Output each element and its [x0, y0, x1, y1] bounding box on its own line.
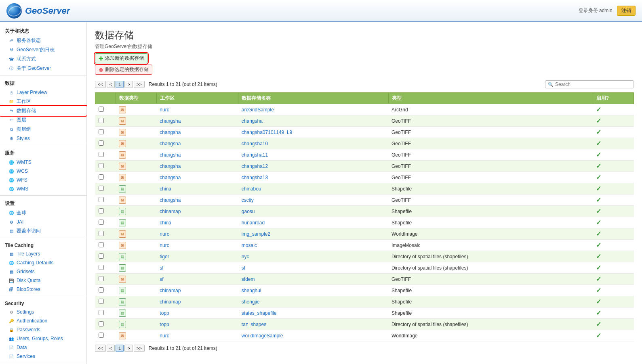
sidebar-item-disk-quota[interactable]: 💾 Disk Quota [0, 276, 86, 285]
workspace-cell[interactable]: topp [156, 308, 238, 319]
sidebar-item-layergroups[interactable]: ⧉ 图层组 [0, 125, 86, 134]
row-checkbox[interactable] [99, 129, 104, 134]
sidebar-item-gridsets[interactable]: ▦ Gridsets [0, 267, 86, 276]
sidebar-item-jai[interactable]: ⚙ JAI [0, 218, 86, 226]
datastore-name-cell[interactable]: shenghui [238, 285, 388, 296]
datastore-name-cell[interactable]: states_shapefile [238, 308, 388, 319]
datastore-name-cell[interactable]: changsha13 [238, 172, 388, 183]
last-page-button[interactable]: >> [134, 81, 145, 88]
col-header-enabled[interactable]: 启用? [593, 93, 634, 104]
row-checkbox[interactable] [99, 231, 104, 236]
sidebar-item-settings[interactable]: ⚙ Settings [0, 308, 86, 316]
row-checkbox[interactable] [99, 310, 104, 315]
workspace-cell[interactable]: changsha [156, 149, 238, 161]
workspace-cell[interactable]: changsha [156, 138, 238, 149]
row-checkbox[interactable] [99, 276, 104, 281]
sidebar-item-data-security[interactable]: 📄 Data [0, 343, 86, 352]
row-checkbox[interactable] [99, 197, 104, 202]
prev-page-button[interactable]: < [107, 81, 115, 88]
workspace-cell[interactable]: nurc [156, 228, 238, 240]
sidebar-item-workspaces[interactable]: 📁 工作区 [0, 97, 86, 106]
datastore-name-cell[interactable]: arcGridSample [238, 104, 388, 115]
row-checkbox[interactable] [99, 107, 104, 112]
workspace-cell[interactable]: chinamap [156, 206, 238, 217]
workspace-cell[interactable]: sf [156, 274, 238, 285]
col-header-workspace[interactable]: 工作区 [156, 93, 238, 104]
col-header-name[interactable]: 数据存储名称 [238, 93, 388, 104]
workspace-cell[interactable]: changsha [156, 172, 238, 183]
add-datastore-button[interactable]: ✚ 添加新的数据存储 [95, 53, 147, 63]
sidebar-item-layer-preview[interactable]: ◴ Layer Preview [0, 88, 86, 97]
sidebar-item-services-security[interactable]: 📄 Services [0, 352, 86, 361]
search-input[interactable] [555, 82, 631, 87]
row-checkbox[interactable] [99, 163, 104, 168]
datastore-name-cell[interactable]: worldImageSample [238, 330, 388, 341]
sidebar-item-layers[interactable]: ⬴ 图层 [0, 115, 86, 125]
sidebar-item-about[interactable]: ⓘ 关于 GeoServer [0, 64, 86, 73]
bottom-prev-page-button[interactable]: < [107, 345, 115, 352]
workspace-cell[interactable]: nurc [156, 240, 238, 251]
sidebar-item-authentication[interactable]: 🔑 Authentication [0, 316, 86, 325]
datastore-name-cell[interactable]: changsha12 [238, 161, 388, 172]
sidebar-item-contact[interactable]: ☎ 联系方式 [0, 54, 86, 64]
sidebar-item-coverage[interactable]: ▤ 覆盖率访问 [0, 226, 86, 236]
workspace-cell[interactable]: changsha [156, 127, 238, 138]
datastore-name-cell[interactable]: shengjie [238, 296, 388, 308]
datastore-name-cell[interactable]: changsha07101149_L9 [238, 127, 388, 138]
datastore-name-cell[interactable]: cscity [238, 195, 388, 206]
workspace-cell[interactable]: nurc [156, 104, 238, 115]
datastore-name-cell[interactable]: chinabou [238, 183, 388, 195]
next-page-button[interactable]: > [124, 81, 133, 88]
workspace-cell[interactable]: sf [156, 262, 238, 274]
workspace-cell[interactable]: tiger [156, 251, 238, 262]
sidebar-item-users-groups-roles[interactable]: 👥 Users, Groups, Roles [0, 334, 86, 343]
workspace-cell[interactable]: changsha [156, 195, 238, 206]
col-header-typetext[interactable]: 类型 [388, 93, 593, 104]
row-checkbox[interactable] [99, 321, 104, 326]
sidebar-item-global[interactable]: 🌐 全球 [0, 208, 86, 218]
row-checkbox[interactable] [99, 174, 104, 180]
datastore-name-cell[interactable]: sfdem [238, 274, 388, 285]
row-checkbox[interactable] [99, 152, 104, 157]
datastore-name-cell[interactable]: hunanroad [238, 217, 388, 228]
datastore-name-cell[interactable]: sf [238, 262, 388, 274]
datastore-name-cell[interactable]: changsha [238, 115, 388, 127]
workspace-cell[interactable]: china [156, 217, 238, 228]
sidebar-item-geoserver-log[interactable]: ⚒ GeoServer的日志 [0, 45, 86, 54]
remove-datastore-button[interactable]: ⊗ 删除选定的数据存储 [95, 65, 152, 75]
bottom-last-page-button[interactable]: >> [134, 345, 145, 352]
datastore-name-cell[interactable]: changsha11 [238, 149, 388, 161]
workspace-cell[interactable]: changsha [156, 161, 238, 172]
workspace-cell[interactable]: changsha [156, 115, 238, 127]
datastore-name-cell[interactable]: gaosu [238, 206, 388, 217]
row-checkbox[interactable] [99, 333, 104, 338]
row-checkbox[interactable] [99, 186, 104, 191]
row-checkbox[interactable] [99, 208, 104, 213]
workspace-cell[interactable]: topp [156, 319, 238, 330]
workspace-cell[interactable]: china [156, 183, 238, 195]
row-checkbox[interactable] [99, 299, 104, 304]
first-page-button[interactable]: << [95, 81, 106, 88]
datastore-name-cell[interactable]: taz_shapes [238, 319, 388, 330]
row-checkbox[interactable] [99, 265, 104, 270]
sidebar-item-blobstores[interactable]: 🗐 BlobStores [0, 285, 86, 294]
sidebar-item-datastores[interactable]: 🗀 数据存储 [0, 106, 86, 115]
sidebar-item-wfs[interactable]: 🌐 WFS [0, 176, 86, 184]
row-checkbox[interactable] [99, 242, 104, 247]
bottom-first-page-button[interactable]: << [95, 345, 106, 352]
row-checkbox[interactable] [99, 220, 104, 225]
datastore-name-cell[interactable]: img_sample2 [238, 228, 388, 240]
sidebar-item-caching-defaults[interactable]: 🌐 Caching Defaults [0, 258, 86, 267]
sidebar-item-wcs[interactable]: 🌐 WCS [0, 167, 86, 176]
sidebar-item-server-status[interactable]: ☍ 服务器状态 [0, 36, 86, 45]
workspace-cell[interactable]: chinamap [156, 285, 238, 296]
bottom-next-page-button[interactable]: > [124, 345, 133, 352]
row-checkbox[interactable] [99, 140, 104, 146]
row-checkbox[interactable] [99, 253, 104, 259]
sidebar-item-passwords[interactable]: 🔒 Passwords [0, 325, 86, 334]
col-header-type[interactable]: 数据类型 [116, 93, 156, 104]
datastore-name-cell[interactable]: changsha10 [238, 138, 388, 149]
logout-button[interactable]: 注销 [617, 6, 636, 16]
row-checkbox[interactable] [99, 287, 104, 293]
row-checkbox[interactable] [99, 118, 104, 123]
